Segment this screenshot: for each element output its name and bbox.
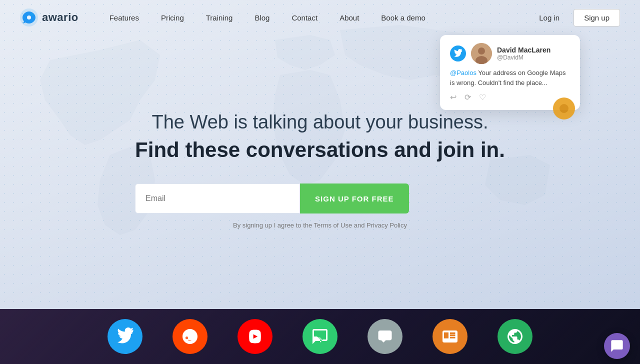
chat-bubble-icon bbox=[610, 339, 624, 353]
chat-icon bbox=[311, 328, 329, 346]
nav-actions: Log in Sign up bbox=[533, 9, 620, 26]
bottom-section bbox=[0, 309, 640, 364]
svg-point-2 bbox=[30, 13, 34, 16]
svg-point-4 bbox=[478, 48, 485, 54]
tweet-handle: @DavidM bbox=[497, 54, 550, 61]
social-youtube-button[interactable] bbox=[238, 319, 272, 354]
nav-link-pricing[interactable]: Pricing bbox=[150, 0, 195, 35]
cursor-indicator bbox=[553, 98, 575, 120]
youtube-icon bbox=[246, 328, 264, 346]
social-web-button[interactable] bbox=[498, 319, 532, 354]
tweet-body: @Paolos Your address on Google Maps is w… bbox=[450, 68, 570, 88]
logo-link[interactable]: awario bbox=[20, 8, 78, 26]
hero-content: The Web is talking about your business. … bbox=[135, 110, 505, 230]
social-reddit-button[interactable] bbox=[172, 319, 208, 354]
signup-button[interactable]: Sign up bbox=[574, 9, 620, 26]
nav-link-training[interactable]: Training bbox=[195, 0, 244, 35]
nav-link-about[interactable]: About bbox=[328, 0, 370, 35]
login-button[interactable]: Log in bbox=[533, 10, 566, 26]
live-chat-button[interactable] bbox=[604, 333, 630, 359]
reddit-icon bbox=[181, 328, 199, 346]
logo-text: awario bbox=[42, 11, 78, 24]
svg-point-1 bbox=[27, 16, 31, 20]
tweet-username: David MacLaren bbox=[497, 46, 550, 54]
hero-section: David MacLaren @DavidM @Paolos Your addr… bbox=[0, 0, 640, 309]
nav-link-features[interactable]: Features bbox=[98, 0, 150, 35]
web-icon bbox=[506, 328, 524, 346]
awario-logo-icon bbox=[20, 8, 38, 26]
tweet-twitter-icon bbox=[450, 46, 466, 62]
tweet-user-info: David MacLaren @DavidM bbox=[497, 46, 550, 61]
comment-icon bbox=[376, 328, 394, 346]
hero-title: Find these conversations and join in. bbox=[135, 136, 505, 164]
tweet-header: David MacLaren @DavidM bbox=[450, 43, 570, 64]
signup-form: SIGN UP FOR FREE bbox=[135, 184, 505, 214]
social-comment-button[interactable] bbox=[368, 319, 402, 354]
nav-link-blog[interactable]: Blog bbox=[244, 0, 280, 35]
terms-text: By signing up I agree to the Terms of Us… bbox=[135, 222, 505, 229]
like-icon[interactable]: ♡ bbox=[479, 92, 486, 102]
nav-links: Features Pricing Training Blog Contact A… bbox=[98, 0, 534, 35]
tweet-avatar bbox=[471, 43, 492, 64]
cursor-inner bbox=[560, 104, 568, 113]
navbar: awario Features Pricing Training Blog Co… bbox=[0, 0, 640, 35]
reply-icon[interactable]: ↩ bbox=[450, 92, 456, 102]
social-twitter-button[interactable] bbox=[108, 319, 142, 354]
social-chat-button[interactable] bbox=[302, 319, 338, 354]
hero-subtitle: The Web is talking about your business. bbox=[135, 110, 505, 134]
nav-link-contact[interactable]: Contact bbox=[280, 0, 328, 35]
cta-button[interactable]: SIGN UP FOR FREE bbox=[300, 184, 408, 214]
twitter-icon bbox=[116, 328, 134, 346]
tweet-actions: ↩ ⟳ ♡ bbox=[450, 92, 570, 102]
social-news-button[interactable] bbox=[432, 319, 468, 354]
tweet-mention: @Paolos bbox=[450, 69, 476, 76]
email-input[interactable] bbox=[135, 184, 300, 214]
nav-link-book-demo[interactable]: Book a demo bbox=[370, 0, 436, 35]
news-icon bbox=[441, 328, 459, 346]
retweet-icon[interactable]: ⟳ bbox=[464, 92, 471, 102]
